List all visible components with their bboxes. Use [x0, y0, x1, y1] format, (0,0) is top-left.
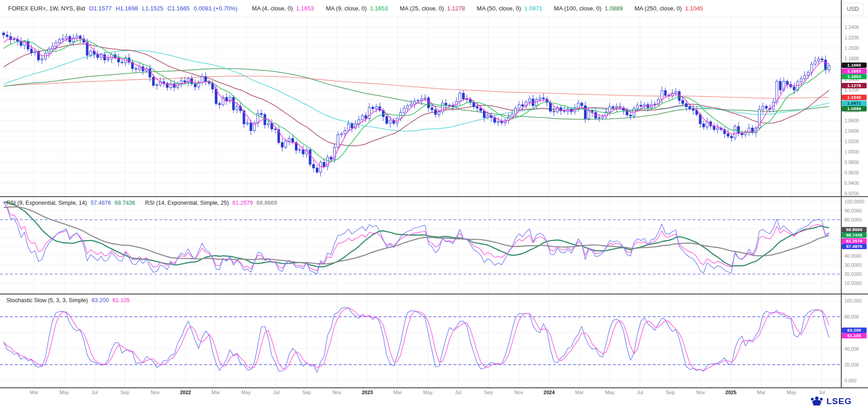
ma-legend-item[interactable]: MA (100, close, 0)1.0889	[554, 5, 627, 12]
candle-body	[285, 141, 287, 147]
candle-body	[535, 99, 538, 106]
axis-tick-label: 1.0000	[844, 149, 859, 154]
candle-body	[135, 69, 137, 69]
candle-body	[717, 128, 719, 130]
axis-tick-label: 30.0000	[844, 262, 862, 268]
candle-body	[661, 91, 663, 100]
candle-body	[274, 129, 276, 130]
candle-body	[651, 105, 653, 108]
ma-legend-item[interactable]: MA (25, close, 0)1.1278	[400, 5, 469, 12]
axis-tick-label: 0.9400	[844, 180, 859, 186]
candle-body	[459, 93, 461, 101]
time-axis-label: May	[236, 390, 256, 395]
candle-body	[462, 93, 464, 99]
time-axis[interactable]: MarMayJulSepNov2022MarMayJulSepNov2023Ma…	[0, 388, 841, 398]
ma-legend-value: 1.1653	[296, 5, 314, 12]
axis-tick-label: 90.0000	[844, 208, 862, 213]
ma-legend-item[interactable]: MA (9, close, 0)1.1653	[326, 5, 392, 12]
instrument-title[interactable]: FOREX EUR=, 1W, NYS, Bid	[8, 5, 85, 12]
price-pane-canvas[interactable]	[0, 17, 841, 196]
candle-body	[532, 99, 534, 106]
candle-body	[734, 126, 736, 138]
rsi-pane-canvas[interactable]	[0, 197, 841, 294]
candle-body	[713, 126, 715, 130]
quote-open: O1.1577	[89, 5, 111, 12]
ma-legend-value: 1.0971	[524, 5, 542, 12]
candle-body	[800, 79, 802, 82]
stochastic-legend[interactable]: Stochastic Slow (5, 3, 3, Simple)63.2006…	[6, 297, 140, 304]
time-axis-label: Mar	[751, 390, 771, 395]
candle-body	[804, 76, 806, 79]
candle-body	[480, 108, 482, 111]
candle-body	[205, 77, 207, 82]
time-axis-label: May	[600, 390, 620, 395]
time-axis-label: 2025	[721, 390, 741, 395]
candle-body	[685, 104, 687, 107]
price-tag: 1.1653	[842, 74, 867, 79]
candle-body	[6, 35, 8, 36]
candle-body	[588, 111, 590, 119]
ma-legend-label: MA (100, close, 0)	[554, 5, 602, 12]
price-tag: 57.4876	[842, 244, 867, 249]
ma-9-line	[4, 39, 829, 162]
candle-body	[410, 104, 412, 106]
ma-legend-item[interactable]: MA (250, close, 0)1.1045	[634, 5, 707, 12]
rsi-legend[interactable]: RSI (9, Exponential, Simple, 14)57.48766…	[6, 200, 287, 206]
candle-body	[476, 107, 478, 108]
candle-body	[675, 92, 677, 93]
candle-body	[361, 116, 363, 120]
price-tag: 1.1665	[842, 63, 867, 68]
stoch-line	[4, 308, 829, 371]
candle-body	[501, 121, 503, 123]
candle-body	[577, 103, 579, 109]
indicator-legend-label: RSI (9, Exponential, Simple, 14)	[6, 200, 87, 206]
ma-legend-label: MA (25, close, 0)	[400, 5, 444, 12]
ma-legend-value: 1.1045	[685, 5, 703, 12]
candle-body	[250, 123, 252, 130]
candle-body	[309, 150, 311, 164]
ma-legend-item[interactable]: MA (4, close, 0)1.1653	[252, 5, 318, 12]
price-tag: 63.200	[842, 328, 867, 333]
price-tag: 68.8669	[842, 227, 867, 232]
candle-body	[654, 104, 656, 105]
chart-window: FOREX EUR=, 1W, NYS, Bid O1.1577 H1.1698…	[0, 0, 868, 410]
candle-body	[292, 139, 294, 143]
ma-legend-item[interactable]: MA (50, close, 0)1.0971	[477, 5, 546, 12]
stochastic-pane-canvas[interactable]	[0, 294, 841, 387]
candle-body	[180, 81, 183, 83]
candle-body	[765, 106, 767, 108]
candle-body	[629, 115, 632, 116]
axis-tick-label: 40.000	[844, 346, 859, 352]
candle-body	[518, 105, 520, 108]
ma-250-line	[4, 76, 829, 98]
candle-body	[814, 61, 816, 64]
time-axis-label: Jul	[448, 390, 468, 395]
price-tag: 1.0971	[842, 101, 867, 106]
candle-body	[420, 99, 423, 100]
candle-body	[34, 52, 36, 53]
indicator-legend-value: 68.7436	[115, 200, 135, 206]
time-axis-label: Jul	[85, 390, 105, 395]
candle-body	[406, 106, 409, 108]
time-axis-label: Nov	[327, 390, 347, 395]
price-axis-column[interactable]: 1.24001.22001.20001.18001.16001.14001.12…	[842, 0, 868, 387]
time-axis-label: Sep	[115, 390, 135, 395]
candle-body	[807, 72, 810, 76]
candle-body	[323, 162, 325, 166]
candle-body	[104, 55, 106, 60]
candle-body	[226, 97, 228, 101]
candle-body	[232, 97, 235, 110]
candle-body	[563, 111, 565, 111]
price-tag: 68.7436	[842, 232, 867, 238]
candle-body	[62, 39, 64, 39]
price-tag: 1.1653	[842, 68, 867, 74]
price-tag: 61.105	[842, 333, 867, 338]
indicator-legend-value: 61.105	[112, 297, 130, 304]
candle-body	[351, 124, 353, 128]
candle-body	[428, 98, 430, 108]
axis-tick-label: 20.0000	[844, 271, 862, 277]
axis-tick-label: 10.0000	[844, 280, 862, 286]
price-tag: 61.2579	[842, 238, 867, 244]
candle-body	[483, 111, 486, 118]
candle-body	[403, 108, 405, 112]
